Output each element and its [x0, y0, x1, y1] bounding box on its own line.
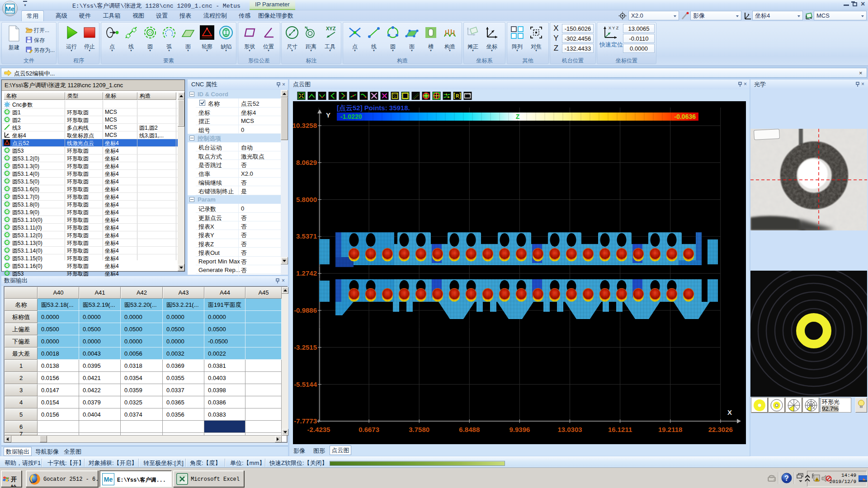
svg-text:3.5371: 3.5371	[296, 232, 317, 240]
svg-text:19.2118: 19.2118	[658, 426, 682, 433]
svg-text:-3.2515: -3.2515	[294, 343, 317, 351]
svg-text:-2.4235: -2.4235	[307, 426, 330, 433]
svg-text:Y: Y	[326, 111, 330, 119]
svg-text:1.2742: 1.2742	[296, 269, 317, 277]
svg-text:-0.9886: -0.9886	[294, 306, 317, 314]
svg-text:13.0303: 13.0303	[557, 426, 582, 433]
svg-text:8.0629: 8.0629	[296, 159, 317, 166]
svg-text:0.6673: 0.6673	[359, 426, 379, 433]
svg-text:Z: Z	[516, 113, 520, 120]
svg-text:m: m	[305, 25, 308, 29]
svg-text:?: ?	[784, 474, 789, 482]
svg-text:R: R	[456, 94, 459, 99]
svg-text:22.3026: 22.3026	[708, 426, 733, 433]
svg-text:[点云52] Points: 35918.: [点云52] Points: 35918.	[337, 104, 410, 112]
svg-text:3.7580: 3.7580	[409, 426, 429, 433]
svg-text:9.9396: 9.9396	[509, 426, 530, 433]
svg-text:Me: Me	[104, 476, 113, 483]
svg-text:-7.7773: -7.7773	[294, 417, 317, 425]
svg-text:-0.0636: -0.0636	[675, 113, 696, 120]
svg-text:16.1211: 16.1211	[608, 426, 632, 433]
svg-text:5.8000: 5.8000	[296, 196, 317, 203]
svg-text:6.8488: 6.8488	[459, 426, 480, 433]
svg-text:-1.0220: -1.0220	[340, 113, 362, 120]
svg-text:Me: Me	[5, 5, 15, 13]
svg-text:XYZ: XYZ	[326, 26, 336, 31]
svg-text:10.3258: 10.3258	[293, 122, 317, 129]
svg-text:X Y Z: X Y Z	[609, 26, 619, 30]
svg-text:X: X	[727, 408, 732, 416]
svg-text:-5.5144: -5.5144	[294, 380, 317, 388]
